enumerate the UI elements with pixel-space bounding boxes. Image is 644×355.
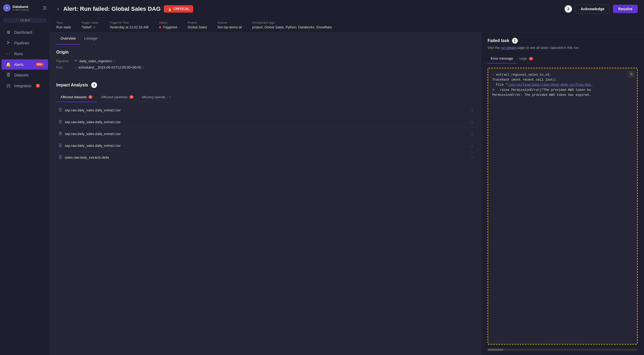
pipelines-icon [6,40,11,46]
meta-status: Status: Triggered [159,21,177,29]
error-tabs: Error message Logs 1 [481,54,644,64]
run-label: Run: [56,65,72,69]
meta-type: Type: Run state [56,21,71,29]
source-value: ibm-bp-demo-af [218,25,242,29]
sidebar-item-alerts[interactable]: 🔔 Alerts 999+ [2,59,48,70]
origin-title: Origin [56,50,475,55]
run-dots-icon: ··· [74,66,77,69]
back-button[interactable]: ‹ [56,5,60,13]
dataset-row[interactable]: 🗄 sap.raw.daily_sales.daily_extract.csv … [56,116,475,128]
impact-tab-missing[interactable]: Missing operati... › [138,92,175,102]
failed-task-header: Failed task 1 [481,33,644,46]
meta-trigger: Trigger value: "failed" ⎘ [81,21,99,29]
pipeline-value: daily_sales_ingestion › [74,59,115,63]
critical-badge: 🔥 CRITICAL [164,5,193,13]
sidebar-item-dashboard[interactable]: ⊞ Dashboard [2,27,48,37]
integration-icon: ⟨/⟩ [6,83,11,88]
chevron-right-icon: › [472,132,473,136]
triggered-time-value: Yesterday at 11:01:16 AM [110,25,149,29]
impact-title: Impact Analysis [56,83,88,87]
datasets-badge: 5 [88,95,93,99]
meta-orchestrator: Orchestrator tags: project: Global Sales… [252,21,332,29]
failed-task-title: Failed task [488,38,509,43]
resolve-button[interactable]: Resolve [613,5,638,13]
sidebar: Databand an IBM Company ☰ 1.0.34.8 ⊞ Das… [0,0,50,355]
fire-icon: 🔥 [167,7,172,11]
version-badge: 1.0.34.8 [3,18,47,23]
error-file-link[interactable]: /opt/airflow/dags/repo/dbnd-demo-airflow… [508,83,593,87]
status-label: Status: [159,21,177,24]
sidebar-item-label: Datasets [14,73,29,77]
hamburger-icon[interactable]: ☰ [43,6,47,11]
visit-text: Visit the run details page to see all ta… [481,46,644,54]
error-tab-logs[interactable]: Logs 1 [516,54,536,64]
copy-error-button[interactable]: ⎘ [628,71,635,77]
tab-overview[interactable]: Overview [56,33,80,45]
db-icon-3: 🗄 [58,143,62,148]
nav-items: ⊞ Dashboard Pipelines ··· Runs 🔔 Alerts … [0,25,50,93]
chevron-right-icon: › [472,155,473,159]
origin-pipeline-row: Pipeline: daily_sales_ingestion › [56,59,475,63]
sidebar-item-label: Runs [14,52,23,56]
severity-label: CRITICAL [173,7,190,11]
error-text: - extract_regional_sales_to_s3: Tracebac… [492,72,633,98]
impact-circle-num: 3 [91,82,97,88]
chevron-right-icon: › [472,120,473,124]
origin-run-row: Run: ··· scheduled__2023-06-01T12:00:00+… [56,65,475,69]
orchestrator-label: Orchestrator tags: [252,21,332,24]
impact-tab-datasets[interactable]: Affected datasets 5 [56,92,97,102]
run-details-link[interactable]: run details [501,46,517,50]
run-value: ··· scheduled__2023-06-01T12:00:00+00:00… [74,65,144,69]
top-header: ‹ Alert: Run failed: Global Sales DAG 🔥 … [50,0,644,18]
dataset-list: 🗄 sap.raw.daily_sales.daily_extract.csv … [56,104,475,163]
sidebar-item-runs[interactable]: ··· Runs [2,49,48,59]
dashboard-icon: ⊞ [6,30,11,35]
logo-name: Databand [13,5,29,9]
chevron-right-icon: › [472,144,473,148]
logo-sub: an IBM Company [13,9,29,11]
error-tab-message[interactable]: Error message [488,54,516,64]
sidebar-item-integration[interactable]: ⟨/⟩ Integration 2 [2,81,48,91]
error-content: ⎘ - extract_regional_sales_to_s3: Traceb… [488,68,638,344]
db-icon-1: 🗄 [58,120,62,124]
run-arrow[interactable]: › [143,66,144,69]
page-title: Alert: Run failed: Global Sales DAG [63,6,161,12]
integration-badge: 2 [36,84,40,88]
sidebar-logo: Databand an IBM Company [3,4,29,12]
origin-section: Origin Pipeline: daily_sales_ingestion › [50,45,481,77]
dataset-row[interactable]: 🗄 sap.raw.daily_sales.daily_extract.csv … [56,128,475,140]
meta-bar: Type: Run state Trigger value: "failed" … [50,18,644,33]
acknowledge-button[interactable]: Acknowledge [575,4,610,13]
main-tabs: Overview Lineage [50,33,481,45]
pipeline-arrow[interactable]: › [114,59,115,63]
sidebar-header: Databand an IBM Company ☰ [0,0,50,16]
left-panel: Overview Lineage Origin Pipeline: [50,33,481,355]
copy-icon[interactable]: ⎘ [94,26,95,29]
sidebar-item-pipelines[interactable]: Pipelines [2,38,48,48]
impact-tab-pipelines[interactable]: Affected pipelines 3 [97,92,138,102]
tab-lineage[interactable]: Lineage [80,33,101,45]
status-value: Triggered [159,25,177,29]
dataset-row[interactable]: 🗄 sales.raw.daily_extracts.delta › [56,152,475,163]
datasets-icon: 🗄 [6,73,11,77]
header-actions: 2 Acknowledge Resolve [565,4,638,13]
logo-icon [3,4,11,12]
right-panel: Failed task 1 Visit the run details page… [481,33,644,355]
content-area: Overview Lineage Origin Pipeline: [50,33,644,355]
logo-text: Databand an IBM Company [13,5,29,11]
scrollbar-area[interactable] [488,349,638,351]
meta-source: Source: ibm-bp-demo-af [218,21,242,29]
dataset-row[interactable]: 🗄 sap.raw.daily_sales.daily_extract.csv … [56,104,475,116]
alerts-badge: 999+ [35,62,44,66]
pipelines-badge: 3 [129,95,134,99]
sidebar-item-label: Dashboard [14,30,32,34]
sidebar-item-label: Pipelines [14,41,29,45]
status-dot [159,26,161,28]
sidebar-item-datasets[interactable]: 🗄 Datasets [2,70,48,80]
dataset-row[interactable]: 🗄 sap.raw.daily_sales.daily_extract.csv … [56,140,475,152]
triggered-time-label: Triggered Time: [110,21,149,24]
source-label: Source: [218,21,242,24]
alerts-icon: 🔔 [6,62,11,67]
impact-tabs: Affected datasets 5 Affected pipelines 3… [56,92,475,102]
sidebar-item-label: Integration [14,84,32,88]
